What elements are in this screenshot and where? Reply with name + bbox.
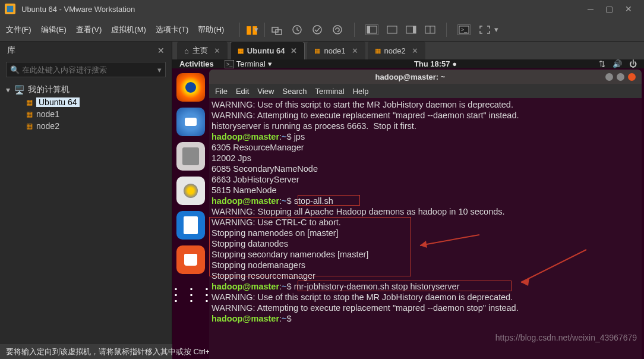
power-icon[interactable]: ⏻ — [629, 59, 637, 68]
launcher-files[interactable] — [176, 142, 205, 171]
term-menu-terminal[interactable]: Terminal — [315, 87, 345, 96]
term-minimize-icon[interactable] — [605, 73, 613, 81]
menu-edit[interactable]: 编辑(E) — [41, 24, 67, 35]
vm-tabs: ⌂ 主页 ✕ ▦ Ubuntu 64 ✕ ▦ node1 ✕ ▦ node2 ✕ — [172, 42, 644, 59]
snapshot-icon[interactable] — [291, 24, 303, 36]
library-search[interactable]: 🔍 ▾ — [6, 62, 166, 77]
vm-icon: ▦ — [375, 47, 381, 55]
svg-rect-8 — [367, 26, 370, 33]
gnome-activities[interactable]: Activities — [179, 59, 214, 68]
search-icon: 🔍 — [10, 65, 20, 74]
network-icon[interactable]: ⇅ — [599, 59, 605, 68]
terminal-content[interactable]: WARNING: Use of this script to start the… — [209, 98, 642, 359]
tab-ubuntu64[interactable]: ▦ Ubuntu 64 ✕ — [230, 42, 305, 59]
view-mode-3-icon[interactable] — [406, 26, 416, 34]
gnome-active-app[interactable]: >_ Terminal ▾ — [225, 59, 272, 68]
svg-point-6 — [333, 26, 342, 34]
view-mode-4-icon[interactable] — [425, 26, 435, 34]
window-title: Ubuntu 64 - VMware Workstation — [21, 5, 588, 14]
ubuntu-launcher: ⋮⋮⋮ — [172, 68, 209, 359]
revert-icon[interactable] — [332, 24, 343, 36]
gnome-clock[interactable]: Thu 18:57 ● — [272, 59, 599, 68]
library-title: 库 — [7, 45, 15, 56]
fullscreen-dropdown-icon[interactable]: ▾ — [494, 25, 498, 34]
svg-rect-9 — [387, 26, 397, 33]
fullscreen-icon[interactable] — [479, 25, 491, 34]
send-input-icon[interactable] — [271, 24, 283, 36]
term-menu-edit[interactable]: Edit — [236, 87, 249, 96]
minimize-button[interactable]: ─ — [588, 4, 594, 14]
term-menu-help[interactable]: Help — [353, 87, 369, 96]
launcher-firefox[interactable] — [176, 73, 205, 102]
tree-vm-node1[interactable]: ▦ node1 — [6, 108, 166, 120]
computer-icon: 🖥️ — [14, 85, 24, 95]
console-icon[interactable]: >_ — [457, 24, 471, 35]
launcher-show-apps[interactable]: ⋮⋮⋮ — [176, 280, 205, 308]
term-menu-view[interactable]: View — [257, 87, 274, 96]
statusbar-text: 要将输入定向到该虚拟机，请将鼠标指针移入其中或按 Ctrl+G。 — [6, 347, 224, 357]
menu-file[interactable]: 文件(F) — [6, 24, 31, 35]
tree-vm-node2[interactable]: ▦ node2 — [6, 120, 166, 132]
library-sidebar: 库 ✕ 🔍 ▾ ▾ 🖥️ 我的计算机 ▦ Ubuntu 64 ▦ node1 ▦ — [0, 42, 172, 344]
window-controls: ─ ▢ ✕ — [588, 4, 632, 14]
view-mode-1-icon[interactable] — [365, 24, 378, 35]
menu-help[interactable]: 帮助(H) — [198, 24, 224, 35]
library-search-input[interactable] — [22, 65, 155, 74]
svg-text:>_: >_ — [226, 61, 233, 67]
term-menu-file[interactable]: File — [215, 87, 228, 96]
vm-icon: ▦ — [238, 47, 244, 55]
menu-vm[interactable]: 虚拟机(M) — [111, 24, 146, 35]
menu-tabs[interactable]: 选项卡(T) — [156, 24, 189, 35]
vmware-logo-icon — [5, 4, 15, 14]
launcher-libreoffice[interactable] — [176, 211, 205, 240]
chevron-down-icon: ▾ — [268, 59, 272, 68]
vmware-titlebar: Ubuntu 64 - VMware Workstation ─ ▢ ✕ — [0, 0, 644, 18]
term-menu-search[interactable]: Search — [282, 87, 307, 96]
svg-text:>_: >_ — [461, 27, 468, 33]
main-area: ⌂ 主页 ✕ ▦ Ubuntu 64 ✕ ▦ node1 ✕ ▦ node2 ✕ — [172, 42, 644, 344]
tab-close-icon[interactable]: ✕ — [352, 46, 358, 55]
tree-vm-ubuntu64[interactable]: ▦ Ubuntu 64 — [6, 96, 166, 108]
gnome-topbar: Activities >_ Terminal ▾ Thu 18:57 ● ⇅ 🔊… — [172, 59, 644, 68]
watermark: https://blog.csdn.net/weixin_43967679 — [495, 333, 637, 342]
terminal-titlebar[interactable]: hadoop@master: ~ — [209, 70, 642, 84]
guest-desktop: ⋮⋮⋮ hadoop@master: ~ File Edit View Sear… — [172, 68, 644, 359]
home-icon: ⌂ — [184, 46, 189, 55]
close-button[interactable]: ✕ — [625, 4, 632, 14]
tree-root[interactable]: ▾ 🖥️ 我的计算机 — [6, 83, 166, 96]
tab-node2[interactable]: ▦ node2 ✕ — [368, 42, 425, 59]
tab-close-icon[interactable]: ✕ — [214, 46, 220, 55]
tab-close-icon[interactable]: ✕ — [412, 46, 418, 55]
term-maximize-icon[interactable] — [617, 73, 624, 81]
snapshot-manager-icon[interactable] — [311, 24, 323, 36]
terminal-window: hadoop@master: ~ File Edit View Search T… — [209, 70, 642, 359]
launcher-ubuntu-software[interactable] — [176, 245, 205, 274]
tab-close-icon[interactable]: ✕ — [291, 46, 297, 55]
vm-icon: ▦ — [26, 110, 33, 118]
maximize-button[interactable]: ▢ — [605, 4, 613, 14]
svg-rect-1 — [7, 6, 14, 12]
pause-dropdown-icon[interactable]: ▾ — [254, 25, 258, 34]
library-close-icon[interactable]: ✕ — [157, 46, 165, 55]
menu-view[interactable]: 查看(V) — [76, 24, 102, 35]
search-dropdown-icon[interactable]: ▾ — [157, 65, 162, 74]
term-close-icon[interactable] — [628, 73, 636, 81]
launcher-rhythmbox[interactable] — [176, 177, 205, 205]
terminal-menubar: File Edit View Search Terminal Help — [209, 84, 642, 98]
vm-icon: ▦ — [26, 98, 33, 106]
volume-icon[interactable]: 🔊 — [613, 59, 622, 68]
vm-icon: ▦ — [314, 47, 320, 55]
svg-rect-11 — [413, 26, 416, 33]
vmware-menubar: 文件(F) 编辑(E) 查看(V) 虚拟机(M) 选项卡(T) 帮助(H) ▮▮… — [0, 18, 644, 42]
tab-home[interactable]: ⌂ 主页 ✕ — [177, 42, 228, 59]
launcher-thunderbird[interactable] — [176, 108, 205, 136]
terminal-icon: >_ — [225, 60, 234, 68]
library-tree: ▾ 🖥️ 我的计算机 ▦ Ubuntu 64 ▦ node1 ▦ node2 — [0, 80, 172, 136]
terminal-title: hadoop@master: ~ — [215, 73, 605, 81]
view-mode-2-icon[interactable] — [387, 26, 397, 34]
tab-node1[interactable]: ▦ node1 ✕ — [307, 42, 365, 59]
vm-icon: ▦ — [26, 122, 33, 130]
svg-point-5 — [313, 26, 321, 34]
